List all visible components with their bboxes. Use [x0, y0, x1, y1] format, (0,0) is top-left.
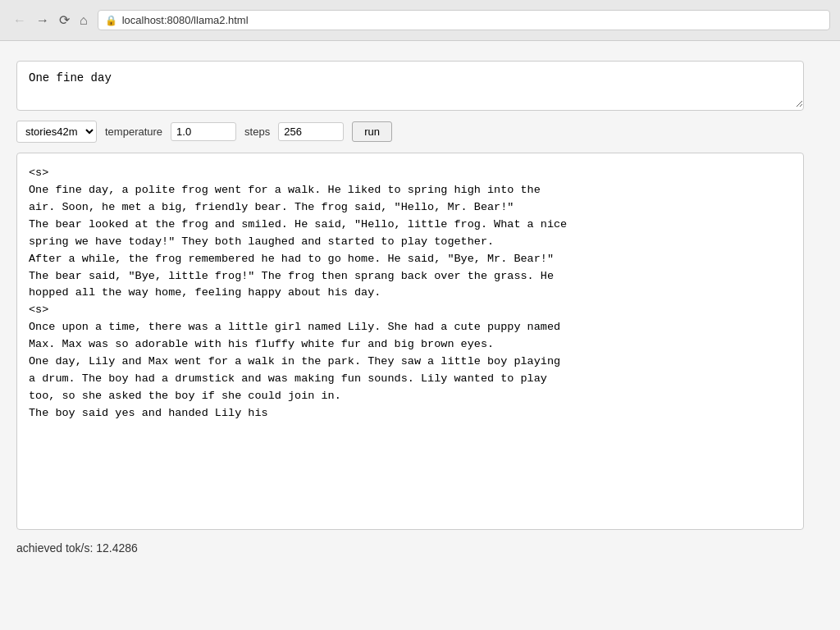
run-button[interactable]: run [352, 121, 392, 142]
back-button[interactable]: ← [10, 11, 30, 30]
nav-buttons: ← → ⟳ ⌂ [10, 11, 91, 30]
model-select[interactable]: stories42m [16, 121, 97, 143]
status-text: achieved tok/s: 12.4286 [16, 541, 138, 555]
steps-input[interactable] [278, 122, 344, 141]
url-text: localhost:8080/llama2.html [122, 14, 249, 26]
forward-button[interactable]: → [33, 11, 52, 30]
controls-row: stories42m temperature steps run [16, 121, 824, 143]
address-bar[interactable]: 🔒 localhost:8080/llama2.html [98, 10, 830, 30]
lock-icon: 🔒 [105, 15, 117, 26]
browser-chrome: ← → ⟳ ⌂ 🔒 localhost:8080/llama2.html [0, 0, 840, 41]
temperature-label: temperature [105, 126, 162, 138]
output-text: <s> One fine day, a polite frog went for… [29, 165, 792, 422]
home-button[interactable]: ⌂ [76, 11, 91, 30]
page-content: One fine day stories42m temperature step… [0, 41, 840, 630]
steps-label: steps [244, 126, 270, 138]
temperature-input[interactable] [171, 122, 236, 141]
status-bar: achieved tok/s: 12.4286 [16, 541, 824, 555]
prompt-area: One fine day [16, 61, 804, 111]
reload-button[interactable]: ⟳ [56, 11, 73, 30]
output-area: <s> One fine day, a polite frog went for… [16, 153, 804, 530]
prompt-textarea[interactable]: One fine day [17, 62, 803, 107]
